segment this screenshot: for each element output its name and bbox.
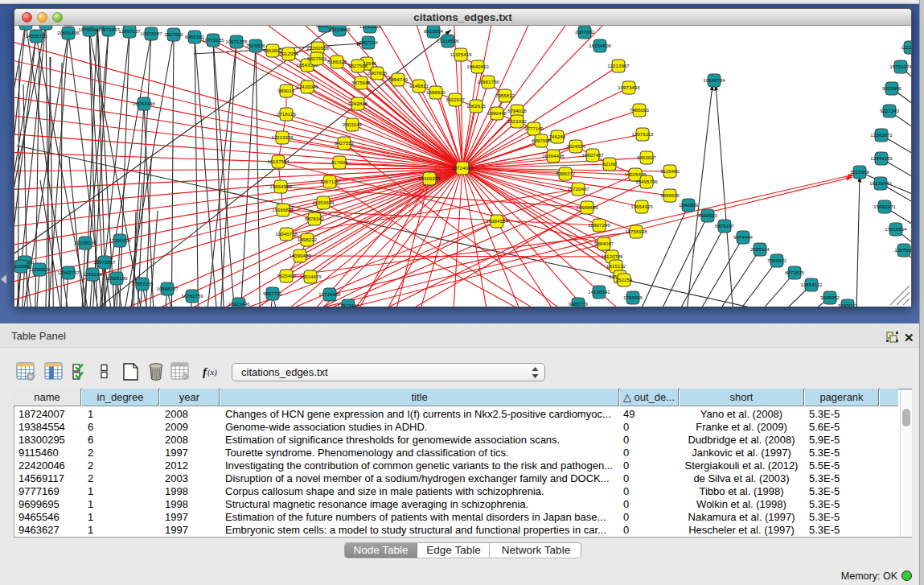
svg-text:14099489: 14099489 xyxy=(289,253,311,258)
svg-text:10719155: 10719155 xyxy=(202,37,224,43)
svg-text:16107554: 16107554 xyxy=(267,159,290,164)
svg-text:10653287: 10653287 xyxy=(140,31,162,36)
svg-text:17957255: 17957255 xyxy=(131,281,154,286)
svg-text:20206536: 20206536 xyxy=(74,240,97,245)
svg-text:16033809: 16033809 xyxy=(328,27,351,32)
svg-text:15692971: 15692971 xyxy=(873,204,896,209)
svg-text:62160: 62160 xyxy=(602,161,617,167)
svg-text:9699695: 9699695 xyxy=(660,192,680,198)
svg-text:17016504: 17016504 xyxy=(885,226,907,232)
svg-text:9384067: 9384067 xyxy=(594,241,614,246)
svg-text:8878342: 8878342 xyxy=(305,216,325,221)
svg-text:3912954: 3912954 xyxy=(279,51,299,56)
svg-text:16782759: 16782759 xyxy=(181,293,203,299)
svg-text:1588520: 1588520 xyxy=(426,89,446,95)
svg-text:7386372: 7386372 xyxy=(556,171,576,176)
svg-text:10958107: 10958107 xyxy=(156,286,179,291)
svg-text:6879197: 6879197 xyxy=(715,223,735,229)
svg-text:10688609: 10688609 xyxy=(576,204,598,210)
svg-text:11731205: 11731205 xyxy=(359,26,381,29)
svg-text:14055713: 14055713 xyxy=(25,33,47,39)
svg-text:8471676: 8471676 xyxy=(785,270,805,275)
svg-text:9242848: 9242848 xyxy=(348,101,368,106)
svg-text:7357224: 7357224 xyxy=(359,39,379,45)
svg-text:9327508: 9327508 xyxy=(348,63,368,68)
svg-text:9485779: 9485779 xyxy=(569,301,589,307)
svg-text:9146821: 9146821 xyxy=(409,83,429,89)
svg-text:10654112: 10654112 xyxy=(800,282,823,287)
svg-text:20691406: 20691406 xyxy=(57,30,80,35)
svg-text:2087682: 2087682 xyxy=(575,29,595,35)
svg-text:3267130: 3267130 xyxy=(320,179,340,184)
svg-text:1167534: 1167534 xyxy=(894,247,911,253)
svg-text:7485063: 7485063 xyxy=(630,107,650,113)
svg-text:1145193: 1145193 xyxy=(83,271,102,277)
svg-text:11923446: 11923446 xyxy=(228,301,250,307)
svg-text:2935114: 2935114 xyxy=(750,246,770,252)
svg-text:18807249: 18807249 xyxy=(588,222,610,228)
svg-text:16914479: 16914479 xyxy=(299,274,322,279)
svg-text:(x): (x) xyxy=(207,368,217,377)
svg-text:9857791: 9857791 xyxy=(263,290,283,296)
svg-text:16210643: 16210643 xyxy=(869,180,892,186)
svg-text:3624554: 3624554 xyxy=(566,143,586,149)
svg-text:19654983: 19654983 xyxy=(269,183,292,189)
svg-text:12444153: 12444153 xyxy=(870,155,893,161)
svg-text:3875685: 3875685 xyxy=(351,80,372,85)
svg-text:746266: 746266 xyxy=(549,134,566,139)
svg-text:9115460: 9115460 xyxy=(660,168,680,174)
svg-text:1112548: 1112548 xyxy=(901,44,911,50)
svg-text:1990448: 1990448 xyxy=(487,110,507,116)
svg-text:22260588: 22260588 xyxy=(306,45,329,51)
svg-text:2718126: 2718126 xyxy=(277,111,297,117)
svg-text:9474444: 9474444 xyxy=(733,234,754,240)
svg-text:989016: 989016 xyxy=(278,88,295,93)
svg-text:13495796: 13495796 xyxy=(635,179,658,184)
svg-text:30975857: 30975857 xyxy=(93,259,116,265)
svg-text:8186328: 8186328 xyxy=(327,59,347,64)
svg-text:19654923: 19654923 xyxy=(630,204,653,209)
svg-text:9227343: 9227343 xyxy=(880,108,900,113)
svg-text:12093872: 12093872 xyxy=(870,132,893,138)
svg-text:8938923: 8938923 xyxy=(698,212,718,218)
svg-text:10046738: 10046738 xyxy=(275,231,298,237)
svg-text:8813054: 8813054 xyxy=(424,28,444,34)
svg-text:10671355: 10671355 xyxy=(225,39,248,44)
svg-text:12942737: 12942737 xyxy=(57,270,80,275)
svg-text:12213309: 12213309 xyxy=(271,134,294,140)
svg-text:16120746: 16120746 xyxy=(601,253,623,259)
svg-text:9327503: 9327503 xyxy=(307,56,327,61)
svg-text:10648764: 10648764 xyxy=(703,77,725,83)
svg-text:7625402: 7625402 xyxy=(277,273,297,278)
svg-text:9777169: 9777169 xyxy=(524,126,544,131)
svg-text:19166825: 19166825 xyxy=(272,207,294,212)
svg-text:18724007: 18724007 xyxy=(451,165,474,171)
svg-text:17359924: 17359924 xyxy=(109,237,131,243)
svg-text:19218506: 19218506 xyxy=(437,38,459,43)
svg-text:9463627: 9463627 xyxy=(637,154,657,160)
svg-text:10973493: 10973493 xyxy=(618,84,640,90)
svg-text:16154808: 16154808 xyxy=(589,43,611,48)
svg-text:15716485: 15716485 xyxy=(318,291,341,297)
svg-text:19384554: 19384554 xyxy=(486,218,508,224)
svg-text:2803144: 2803144 xyxy=(343,122,363,127)
svg-text:12923446: 12923446 xyxy=(337,303,359,307)
svg-text:6794028: 6794028 xyxy=(507,108,528,113)
svg-text:20053346: 20053346 xyxy=(133,101,155,106)
svg-text:18640910: 18640910 xyxy=(466,64,489,69)
svg-text:1615132: 1615132 xyxy=(606,263,626,269)
svg-text:1498222: 1498222 xyxy=(298,237,318,242)
svg-text:8427552: 8427552 xyxy=(335,140,355,146)
svg-text:10807487: 10807487 xyxy=(581,152,604,158)
svg-text:15751074: 15751074 xyxy=(889,64,911,69)
svg-text:1640959: 1640959 xyxy=(679,202,699,208)
svg-text:12975115: 12975115 xyxy=(631,131,654,137)
svg-text:1562615: 1562615 xyxy=(466,103,487,109)
svg-text:9329966: 9329966 xyxy=(882,85,902,91)
svg-text:9245012: 9245012 xyxy=(838,303,858,307)
svg-text:12505185: 12505185 xyxy=(105,275,128,281)
svg-text:11325419: 11325419 xyxy=(450,51,472,57)
svg-text:12213967: 12213967 xyxy=(607,63,630,68)
svg-text:11353594: 11353594 xyxy=(312,200,335,205)
svg-text:20364436: 20364436 xyxy=(542,153,565,159)
